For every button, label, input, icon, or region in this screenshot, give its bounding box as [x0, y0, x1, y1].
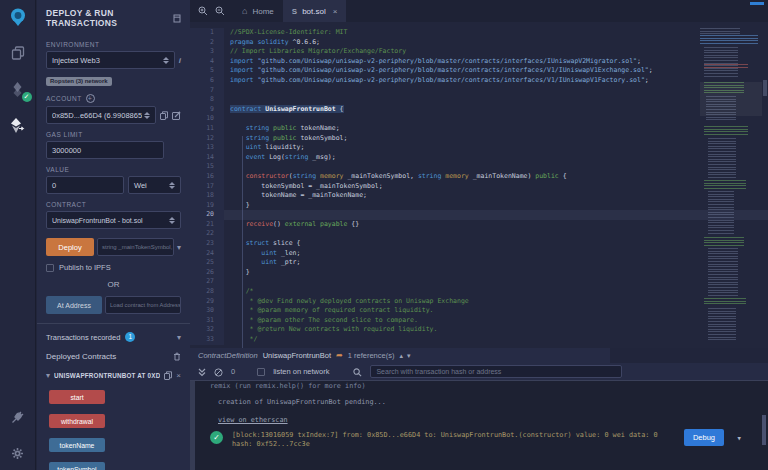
prev-reference-icon[interactable]: ▴ [399, 352, 403, 360]
select-stepper-icon [169, 217, 175, 224]
code-line-24[interactable]: 24 uint _len; [190, 249, 768, 259]
code-line-21[interactable]: 21 receive() external payable {} [190, 220, 768, 230]
deploy-run-icon[interactable] [7, 114, 29, 136]
clear-deployed-trash-icon[interactable] [173, 352, 181, 361]
solidity-compiler-icon[interactable]: ✓ [7, 78, 29, 100]
code-line-5[interactable]: 5import "github.com/Uniswap/uniswap-v2-p… [190, 66, 768, 76]
at-address-button[interactable]: At Address [46, 296, 102, 314]
edit-account-icon[interactable] [172, 111, 181, 120]
zoom-in-icon[interactable] [198, 2, 208, 20]
goto-reference-icon[interactable]: ➦ [336, 351, 343, 360]
terminal-resize-strip[interactable] [190, 381, 195, 470]
code-line-29[interactable]: 29 * @dev Find newly deployed contracts … [190, 297, 768, 307]
settings-gear-icon[interactable] [7, 442, 29, 464]
code-line-25[interactable]: 25 uint _ptr; [190, 258, 768, 268]
terminal-output[interactable]: remix (run remix.help() for more info) c… [196, 381, 768, 470]
remix-logo-icon[interactable] [7, 6, 29, 28]
tab-bot-sol[interactable]: S bot.sol × [283, 0, 347, 22]
code-line-16[interactable]: 16 constructor(string memory _mainTokenS… [190, 172, 768, 182]
line-number: 14 [190, 153, 224, 163]
editor-tabbar: ⌂ Home S bot.sol × [190, 0, 768, 22]
debug-button[interactable]: Debug [684, 429, 724, 446]
at-address-input[interactable]: Load contract from Address [105, 296, 181, 314]
environment-info-icon[interactable]: i [179, 56, 181, 65]
function-button-tokenname[interactable]: tokenName [49, 438, 105, 452]
plugin-info-icon[interactable] [173, 14, 181, 23]
etherscan-link[interactable]: view on etherscan [218, 416, 288, 424]
value-input[interactable]: 0 [46, 176, 124, 194]
copy-instance-icon[interactable] [164, 371, 172, 380]
code-line-10[interactable]: 10 [190, 114, 768, 124]
deploy-button[interactable]: Deploy [46, 238, 94, 256]
line-number: 20 [190, 210, 224, 220]
code-line-26[interactable]: 26 } [190, 268, 768, 278]
deploy-expand-chevron-icon[interactable]: ▾ [177, 243, 181, 252]
transactions-chevron-icon[interactable]: ▾ [177, 333, 181, 342]
code-line-28[interactable]: 28 /* [190, 287, 768, 297]
code-line-20[interactable]: 20 [190, 210, 768, 220]
line-number: 32 [190, 325, 224, 335]
home-icon: ⌂ [242, 6, 247, 16]
plugin-manager-icon[interactable] [7, 406, 29, 428]
gas-limit-input[interactable]: 3000000 [46, 141, 164, 159]
minimap-slider[interactable] [700, 82, 762, 116]
code-line-18[interactable]: 18 tokenName = _mainTokenName; [190, 191, 768, 201]
node-name: UniswapFrontrunBot [263, 351, 331, 360]
publish-ipfs-checkbox[interactable] [46, 264, 54, 272]
tx-log-line[interactable]: [block:13016059 txIndex:7] from: 0x85D..… [232, 431, 658, 449]
code-line-32[interactable]: 32 * @return New contracts with required… [190, 325, 768, 335]
code-line-13[interactable]: 13 uint liquidity; [190, 143, 768, 153]
code-line-31[interactable]: 31 * @param other The second slice to co… [190, 316, 768, 326]
expand-terminal-icon[interactable] [198, 363, 206, 381]
code-line-22[interactable]: 22 [190, 229, 768, 239]
close-tab-icon[interactable]: × [333, 7, 338, 16]
code-line-30[interactable]: 30 * @param memory of required contract … [190, 306, 768, 316]
code-line-3[interactable]: 3// Import Libraries Migrator/Exchange/F… [190, 47, 768, 57]
code-line-33[interactable]: 33 */ [190, 335, 768, 345]
code-line-15[interactable]: 15 [190, 162, 768, 172]
instance-collapse-chevron-icon[interactable]: ▾ [46, 371, 50, 380]
zoom-out-icon[interactable] [215, 2, 225, 20]
code-line-8[interactable]: 8 [190, 95, 768, 105]
editor-scrollbar[interactable] [763, 80, 767, 96]
gas-limit-label: GAS LIMIT [46, 131, 181, 138]
code-line-17[interactable]: 17 tokenSymbol = _mainTokenSymbol; [190, 182, 768, 192]
code-line-7[interactable]: 7 [190, 86, 768, 96]
code-line-19[interactable]: 19 } [190, 201, 768, 211]
contract-select[interactable]: UniswapFrontrunBot - bot.sol [46, 211, 181, 229]
tx-expand-chevron-icon[interactable]: ▾ [737, 433, 742, 443]
code-line-27[interactable]: 27 [190, 277, 768, 287]
line-number: 16 [190, 172, 224, 182]
environment-select[interactable]: Injected Web3 [46, 51, 175, 69]
code-line-4[interactable]: 4import "github.com/Uniswap/uniswap-v2-p… [190, 57, 768, 67]
code-line-14[interactable]: 14 event Log(string _msg); [190, 153, 768, 163]
code-line-11[interactable]: 11 string public tokenName; [190, 124, 768, 134]
value-unit-select[interactable]: Wei [128, 176, 181, 194]
code-line-23[interactable]: 23 struct slice { [190, 239, 768, 249]
function-button-withdrawal[interactable]: withdrawal [49, 414, 105, 428]
code-line-6[interactable]: 6import "github.com/Uniswap/uniswap-v2-p… [190, 76, 768, 86]
deploy-args-input[interactable]: string _mainTokenSymbol, [97, 238, 174, 256]
listen-network-checkbox[interactable] [257, 368, 265, 376]
copy-account-icon[interactable] [160, 111, 168, 120]
tab-home[interactable]: ⌂ Home [233, 0, 283, 22]
code-line-1[interactable]: 1//SPDX-License-Identifier: MIT [190, 28, 768, 38]
terminal-search-input[interactable]: Search with transaction hash or address [370, 365, 622, 378]
code-line-9[interactable]: 9contract UniswapFrontrunBot { [190, 105, 768, 115]
line-number: 28 [190, 287, 224, 297]
add-account-icon[interactable]: + [86, 94, 95, 103]
pending-line: creation of UniswapFrontrunBot pending..… [218, 398, 386, 406]
code-line-2[interactable]: 2pragma solidity ^0.6.6; [190, 38, 768, 48]
function-button-start[interactable]: start [49, 390, 105, 404]
function-button-tokensymbol[interactable]: tokenSymbol [49, 462, 105, 470]
code-line-12[interactable]: 12 string public tokenSymbol; [190, 134, 768, 144]
account-select[interactable]: 0x85D...e66D4 (6.9908865 [46, 106, 156, 124]
clear-console-icon[interactable] [214, 363, 223, 381]
file-explorer-icon[interactable] [7, 42, 29, 64]
code-area[interactable]: 1//SPDX-License-Identifier: MIT2pragma s… [190, 22, 768, 348]
close-instance-icon[interactable]: × [176, 371, 181, 380]
minimap[interactable] [700, 26, 762, 344]
next-reference-icon[interactable]: ▾ [407, 352, 411, 360]
terminal-scrollbar[interactable] [762, 415, 766, 445]
line-number: 1 [190, 28, 224, 38]
